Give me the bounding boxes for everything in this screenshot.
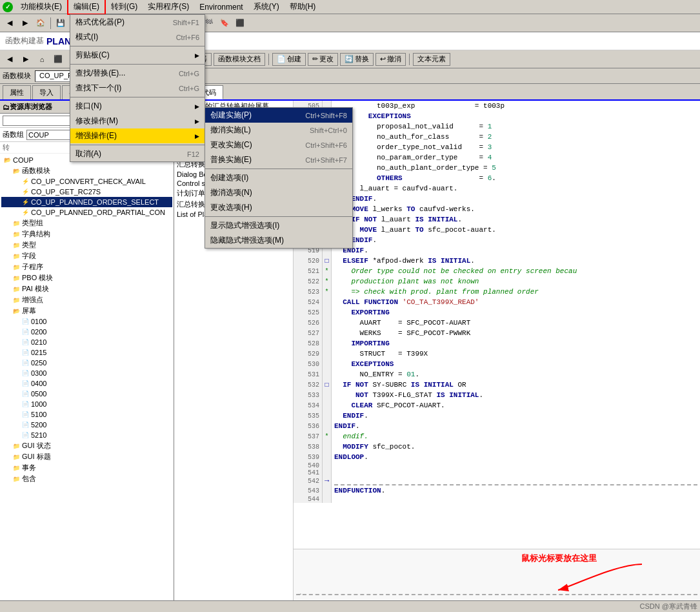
tree-area: 📂COUP📂函数模块⚡CO_UP_CONVERT_CHECK_AVAIL⚡CO_… (0, 154, 174, 600)
save-button[interactable]: 💾 (54, 16, 68, 30)
back-button[interactable]: ◀ (3, 16, 17, 30)
edit-dropdown[interactable]: 格式优化器(P) Shift+F1 模式(I) Ctrl+F6 剪贴板(C) ▶… (70, 14, 205, 162)
submenu-change-impl[interactable]: 更改实施(C) Ctrl+Shift+F6 (205, 138, 352, 152)
code-line-24: 529 STRUCT = T399X (294, 349, 700, 359)
menu-func[interactable]: 功能模块(E) (15, 0, 67, 14)
forward-button[interactable]: ▶ (18, 16, 32, 30)
t2-btn1[interactable]: ⬛ (51, 52, 65, 66)
sub-sep-2 (205, 216, 352, 217)
enhance-submenu[interactable]: 创建实施(P) Ctrl+Shift+F8 撤消实施(L) Shift+Ctrl… (205, 107, 353, 249)
tree-node-15[interactable]: 📄0100 (1, 316, 172, 327)
code-line-10: 515□ MOVE l_werks TO caufvd-werks. (294, 204, 700, 214)
menu-environment[interactable]: Environment (194, 1, 248, 13)
code-line-25: 530 EXCEPTIONS (294, 359, 700, 369)
change-btn[interactable]: ✏更改 (308, 53, 338, 66)
submenu-hide-implicit[interactable]: 隐藏隐式增强选项(M) (205, 233, 352, 248)
tree-node-20[interactable]: 📄0300 (1, 368, 172, 378)
tree-node-1[interactable]: 📂函数模块 (1, 165, 172, 176)
nav-back[interactable]: ◀ (3, 52, 17, 66)
tree-node-21[interactable]: 📄0400 (1, 378, 172, 389)
submenu-show-implicit[interactable]: 显示隐式增强选项(I) (205, 218, 352, 233)
tree-node-28[interactable]: 📁GUI 标题 (1, 451, 172, 462)
code-area[interactable]: 505 t003p_exp = t003p506 EXCEPTIONS507 p… (294, 101, 700, 600)
t2-sep3 (268, 54, 269, 65)
tree-node-25[interactable]: 📄5200 (1, 420, 172, 430)
code-line-6: 511 no_auth_plant_order_type = 5 (294, 163, 700, 173)
tree-node-10[interactable]: 📁子程序 (1, 261, 172, 272)
submenu-create-impl[interactable]: 创建实施(P) Ctrl+Shift+F8 (205, 108, 352, 123)
menu-find-next[interactable]: 查找下一个(I) Ctrl+G (70, 81, 205, 96)
tree-node-6[interactable]: 📁类型组 (1, 218, 172, 229)
tree-node-7[interactable]: 📁字典结构 (1, 229, 172, 240)
code-line-26: 531 NO_ENTRY = 01. (294, 369, 700, 380)
menu-edit[interactable]: 编辑(E) (67, 0, 106, 15)
tree-node-23[interactable]: 📄1000 (1, 399, 172, 409)
nav-home[interactable]: ⌂ (35, 52, 49, 66)
tree-node-2[interactable]: ⚡CO_UP_CONVERT_CHECK_AVAIL (1, 176, 172, 187)
tree-node-4[interactable]: ⚡CO_UP_PLANNED_ORDERS_SELECT (1, 197, 172, 207)
sep-3 (70, 97, 205, 97)
tree-node-9[interactable]: 📁字段 (1, 250, 172, 261)
menu-enhance[interactable]: 增强操作(E) ▶ (70, 128, 205, 143)
code-line-16: 521* Order type could not be checked on … (294, 266, 700, 276)
sidebar-title-text: 资源库浏览器 (10, 102, 52, 112)
tree-node-22[interactable]: 📄0500 (1, 389, 172, 399)
menu-system[interactable]: 系统(Y) (248, 0, 285, 14)
tree-node-16[interactable]: 📄0200 (1, 327, 172, 337)
code-line-13: 518 ENDIF. (294, 235, 700, 245)
tree-node-11[interactable]: 📁PBO 模块 (1, 272, 172, 283)
code-line-35: 540 (294, 462, 700, 469)
tree-node-3[interactable]: ⚡CO_UP_GET_RC27S (1, 187, 172, 197)
tree-node-8[interactable]: 📁类型 (1, 240, 172, 250)
tree-node-30[interactable]: 📁包含 (1, 473, 172, 484)
sep1 (50, 17, 51, 29)
arrow-indicator: → (296, 590, 303, 597)
code-line-8: 513 l_auart = caufvd-auart. (294, 183, 700, 194)
menu-mode[interactable]: 模式(I) Ctrl+F6 (70, 30, 205, 45)
sidebar-title: 🗂 (3, 103, 10, 111)
menu-goto[interactable]: 转到(G) (106, 0, 143, 14)
nav-forward[interactable]: ▶ (19, 52, 33, 66)
submenu-undo-opt[interactable]: 撤消选项(N) (205, 185, 352, 200)
menu-modify[interactable]: 修改操作(M) ▶ (70, 114, 205, 128)
tree-node-24[interactable]: 📄5100 (1, 409, 172, 420)
menu-practical[interactable]: 实用程序(S) (143, 0, 194, 14)
menu-interface[interactable]: 接口(N) ▶ (70, 99, 205, 114)
tree-node-5[interactable]: ⚡CO_UP_PLANNED_ORD_PARTIAL_CON (1, 207, 172, 218)
menu-cancel[interactable]: 取消(A) F12 (70, 147, 205, 161)
tree-node-14[interactable]: 📂屏幕 (1, 305, 172, 316)
bookmark-button[interactable]: 🔖 (217, 16, 232, 30)
tree-node-12[interactable]: 📁PAI 模块 (1, 283, 172, 294)
tree-node-18[interactable]: 📄0215 (1, 347, 172, 358)
t2-sep4 (409, 54, 410, 65)
tree-node-13[interactable]: 📁增强点 (1, 294, 172, 305)
submenu-change-opt[interactable]: 更改选项(H) (205, 200, 352, 215)
tab-import[interactable]: 导入 (32, 85, 61, 99)
expand-button[interactable]: ⬛ (233, 16, 247, 30)
submenu-undo-impl[interactable]: 撤消实施(L) Shift+Ctrl+0 (205, 123, 352, 138)
tree-node-19[interactable]: 📄0250 (1, 358, 172, 368)
undo-btn[interactable]: ↩撤消 (375, 53, 406, 66)
code-line-19: 524 CALL FUNCTION 'CO_TA_T399X_READ' (294, 297, 700, 307)
code-line-1: 506 EXCEPTIONS (294, 111, 700, 121)
menu-clipboard[interactable]: 剪贴板(C) ▶ (70, 48, 205, 63)
submenu-replace-impl[interactable]: 普换实施(E) Ctrl+Shift+F7 (205, 152, 352, 167)
menu-find-replace[interactable]: 查找/替换(E)... Ctrl+G (70, 66, 205, 81)
sep-2 (70, 64, 205, 65)
tree-node-26[interactable]: 📄5210 (1, 430, 172, 440)
code-line-22: 527 WERKS = SFC_POCOT-PWWRK (294, 328, 700, 338)
replace-btn[interactable]: 🔄替换 (340, 53, 374, 66)
home-button[interactable]: 🏠 (34, 16, 48, 30)
tree-node-29[interactable]: 📁事务 (1, 462, 172, 473)
doc-btn[interactable]: 函数模块文档 (214, 53, 265, 66)
tree-node-27[interactable]: 📁GUI 状态 (1, 440, 172, 451)
submenu-create-opt[interactable]: 创建选项(I) (205, 170, 352, 185)
text-element-btn[interactable]: 文本元素 (413, 53, 450, 66)
tree-node-17[interactable]: 📄0210 (1, 337, 172, 347)
menu-format-optimizer[interactable]: 格式优化器(P) Shift+F1 (70, 15, 205, 30)
tab-attr[interactable]: 属性 (3, 85, 31, 99)
menu-help[interactable]: 帮助(H) (285, 0, 321, 14)
code-scroll[interactable]: 505 t003p_exp = t003p506 EXCEPTIONS507 p… (294, 101, 700, 549)
create-btn[interactable]: 📄创建 (272, 53, 306, 66)
menu-bar: ✓ 功能模块(E) 编辑(E) 转到(G) 实用程序(S) Environmen… (0, 0, 700, 14)
